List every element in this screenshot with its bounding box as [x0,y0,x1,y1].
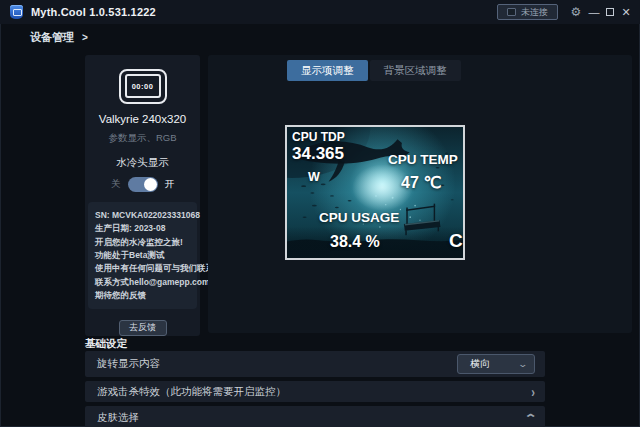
setting-row-kill-effects[interactable]: 游戏击杀特效（此功能将需要开启监控） › [85,381,545,402]
info-beta-text: 功能处于Beta测试 [95,249,191,262]
connection-status-badge[interactable]: 未连接 [497,4,558,20]
setting-row-rotation: 旋转显示内容 横向 ⌄ [85,351,545,377]
main-panel: 显示项调整 背景区域调整 [208,55,632,333]
display-toggle-row: 关 开 [111,177,174,192]
device-panel: 00:00 Valkyrie 240x320 参数显示、RGB 水冷头显示 关 … [85,55,200,336]
app-title: Myth.Cool 1.0.531.1222 [31,6,156,18]
device-display-icon: 00:00 [119,69,167,104]
setting-row-skin-select[interactable]: 皮肤选择 ⌃ [85,406,545,427]
chevron-right-icon: › [531,384,535,400]
titlebar-controls: 未连接 ⚙ — ✕ [497,0,640,24]
info-support-text: 使用中有任何问题可与我们联系 [95,262,191,275]
feedback-button[interactable]: 去反馈 [119,320,167,336]
minimize-button[interactable]: — [586,0,602,24]
device-name: Valkyrie 240x320 [99,113,186,125]
info-feedback-text: 期待您的反馈 [95,289,191,302]
chevron-right-icon: > [82,32,88,43]
tab-display-items[interactable]: 显示项调整 [287,60,368,81]
maximize-button[interactable] [602,0,618,24]
rotation-dropdown-value: 横向 [470,357,490,371]
preview-tabs: 显示项调整 背景区域调整 [287,60,461,81]
cpu-tdp-unit[interactable]: W [308,170,320,184]
toggle-off-label: 关 [111,178,121,191]
nav-device-management[interactable]: 设备管理 [30,30,74,45]
toggle-on-label: 开 [165,178,175,191]
toggle-knob [144,178,157,191]
info-contact-email: 联系方式hello@gamepp.com [95,276,191,289]
tab-background-area[interactable]: 背景区域调整 [370,60,461,81]
rotation-label: 旋转显示内容 [97,357,160,371]
device-production-date: 生产日期: 2023-08 [95,222,191,235]
settings-gear-icon[interactable]: ⚙ [568,0,584,24]
cpu-usage-label[interactable]: CPU USAGE [319,210,399,225]
device-screen-icon [507,8,516,16]
cpu-temp-value[interactable]: 47 ℃ [401,173,441,192]
titlebar: Myth.Cool 1.0.531.1222 未连接 ⚙ — ✕ [0,0,640,24]
device-features: 参数显示、RGB [108,132,176,145]
rotation-dropdown[interactable]: 横向 ⌄ [457,354,535,374]
clipped-text: C [449,230,463,252]
connection-status-text: 未连接 [521,6,548,19]
kill-effects-label: 游戏击杀特效（此功能将需要开启监控） [97,385,286,399]
device-info-box: SN: MCVKA022023331068 生产日期: 2023-08 开启您的… [88,202,197,309]
cpu-temp-label[interactable]: CPU TEMP [388,152,458,167]
app-logo-icon [10,5,23,19]
chevron-down-icon: ⌄ [518,359,529,369]
basic-settings-title: 基础设定 [85,337,127,351]
info-welcome-text: 开启您的水冷监控之旅! [95,236,191,249]
skin-select-label: 皮肤选择 [97,411,139,425]
cpu-tdp-label[interactable]: CPU TDP [292,130,345,144]
cpu-usage-value[interactable]: 38.4 % [330,233,380,251]
device-serial-number: SN: MCVKA022023331068 [95,209,191,222]
close-button[interactable]: ✕ [618,0,634,24]
chevron-up-icon: ⌃ [523,412,537,425]
cpu-tdp-value[interactable]: 34.365 [292,144,344,164]
display-toggle-switch[interactable] [128,177,158,192]
device-display-icon-time: 00:00 [125,74,161,98]
waterblock-display-label: 水冷头显示 [116,156,169,170]
lcd-preview-canvas[interactable]: CPU TDP 34.365 W CPU TEMP 47 ℃ CPU USAGE… [285,125,465,260]
maximize-icon [606,8,614,16]
breadcrumb: 设备管理 > [30,30,88,45]
